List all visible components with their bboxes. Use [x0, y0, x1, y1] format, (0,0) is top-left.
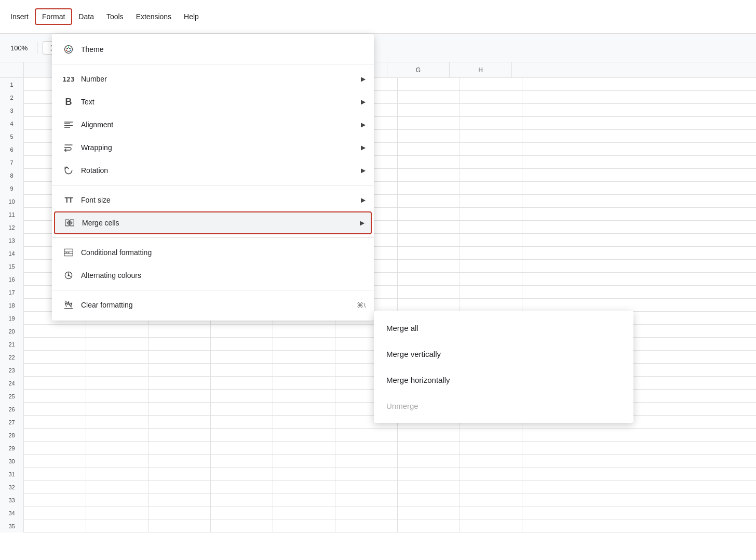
grid-cell[interactable]: [273, 442, 335, 455]
format-menu-item-alignment[interactable]: Alignment ▶: [52, 113, 374, 136]
grid-cell[interactable]: [398, 481, 460, 494]
grid-cell[interactable]: [148, 468, 211, 481]
grid-cell[interactable]: [460, 494, 522, 506]
menu-item-insert[interactable]: Insert: [4, 9, 35, 24]
grid-cell[interactable]: [148, 338, 211, 351]
grid-cell[interactable]: [24, 325, 86, 338]
grid-cell[interactable]: [24, 351, 86, 364]
menu-item-extensions[interactable]: Extensions: [130, 9, 178, 24]
grid-cell[interactable]: [211, 468, 273, 481]
grid-cell[interactable]: [460, 299, 522, 312]
format-menu-item-theme[interactable]: Theme: [52, 38, 374, 61]
grid-cell[interactable]: [148, 364, 211, 377]
format-menu-item-conditional[interactable]: Conditional formatting: [52, 241, 374, 264]
grid-cell[interactable]: [86, 442, 148, 455]
grid-cell[interactable]: [335, 494, 398, 506]
grid-cell[interactable]: [211, 506, 273, 519]
grid-cell[interactable]: [398, 221, 460, 234]
grid-cell[interactable]: [335, 481, 398, 494]
format-menu-item-wrapping[interactable]: Wrapping ▶: [52, 136, 374, 159]
grid-cell[interactable]: [211, 325, 273, 338]
grid-cell[interactable]: [211, 455, 273, 468]
grid-cell[interactable]: [460, 260, 522, 273]
grid-cell[interactable]: [335, 506, 398, 519]
grid-cell[interactable]: [398, 117, 460, 130]
grid-cell[interactable]: [273, 351, 335, 364]
grid-cell[interactable]: [86, 455, 148, 468]
format-menu-item-text[interactable]: B Text ▶: [52, 90, 374, 113]
grid-cell[interactable]: [148, 351, 211, 364]
grid-cell[interactable]: [398, 182, 460, 195]
grid-cell[interactable]: [460, 156, 522, 169]
grid-cell[interactable]: [24, 429, 86, 442]
grid-cell[interactable]: [24, 519, 86, 532]
grid-cell[interactable]: [460, 91, 522, 104]
grid-cell[interactable]: [86, 506, 148, 519]
grid-cell[interactable]: [273, 429, 335, 442]
grid-cell[interactable]: [273, 481, 335, 494]
menu-item-data[interactable]: Data: [72, 9, 100, 24]
grid-cell[interactable]: [148, 325, 211, 338]
grid-cell[interactable]: [398, 429, 460, 442]
grid-cell[interactable]: [273, 519, 335, 532]
format-menu-item-alternating[interactable]: Alternating colours: [52, 264, 374, 287]
format-menu-item-fontsize[interactable]: TT Font size ▶: [52, 189, 374, 211]
grid-cell[interactable]: [460, 208, 522, 221]
grid-cell[interactable]: [335, 468, 398, 481]
grid-cell[interactable]: [273, 494, 335, 506]
grid-cell[interactable]: [148, 506, 211, 519]
grid-cell[interactable]: [460, 247, 522, 260]
grid-cell[interactable]: [24, 506, 86, 519]
format-menu-item-clearformat[interactable]: Clear formatting ⌘\: [52, 294, 374, 316]
grid-cell[interactable]: [460, 182, 522, 195]
grid-cell[interactable]: [460, 221, 522, 234]
grid-cell[interactable]: [86, 403, 148, 416]
grid-cell[interactable]: [273, 468, 335, 481]
grid-cell[interactable]: [148, 429, 211, 442]
grid-cell[interactable]: [335, 519, 398, 532]
grid-cell[interactable]: [148, 455, 211, 468]
grid-cell[interactable]: [398, 208, 460, 221]
grid-cell[interactable]: [86, 390, 148, 403]
grid-cell[interactable]: [398, 494, 460, 506]
grid-cell[interactable]: [398, 234, 460, 247]
grid-cell[interactable]: [398, 169, 460, 182]
grid-cell[interactable]: [335, 442, 398, 455]
grid-cell[interactable]: [86, 325, 148, 338]
grid-cell[interactable]: [24, 455, 86, 468]
grid-cell[interactable]: [148, 390, 211, 403]
grid-cell[interactable]: [335, 455, 398, 468]
grid-cell[interactable]: [211, 519, 273, 532]
grid-cell[interactable]: [460, 143, 522, 156]
grid-cell[interactable]: [273, 377, 335, 390]
grid-cell[interactable]: [24, 468, 86, 481]
grid-cell[interactable]: [86, 429, 148, 442]
grid-cell[interactable]: [24, 494, 86, 506]
grid-cell[interactable]: [24, 442, 86, 455]
grid-cell[interactable]: [24, 390, 86, 403]
grid-cell[interactable]: [148, 377, 211, 390]
submenu-item-merge-horizontally[interactable]: Merge horizontally: [374, 367, 633, 393]
grid-cell[interactable]: [460, 104, 522, 117]
grid-cell[interactable]: [460, 78, 522, 91]
grid-cell[interactable]: [460, 481, 522, 494]
grid-cell[interactable]: [86, 377, 148, 390]
grid-cell[interactable]: [273, 416, 335, 429]
grid-cell[interactable]: [211, 390, 273, 403]
grid-cell[interactable]: [86, 351, 148, 364]
grid-cell[interactable]: [460, 130, 522, 143]
grid-cell[interactable]: [86, 338, 148, 351]
format-menu-item-mergecells[interactable]: Merge cells ▶: [54, 211, 372, 234]
grid-cell[interactable]: [211, 416, 273, 429]
format-menu-item-number[interactable]: 123 Number ▶: [52, 68, 374, 90]
grid-cell[interactable]: [460, 195, 522, 208]
grid-cell[interactable]: [398, 299, 460, 312]
grid-cell[interactable]: [211, 494, 273, 506]
grid-cell[interactable]: [398, 519, 460, 532]
grid-cell[interactable]: [24, 416, 86, 429]
grid-cell[interactable]: [86, 416, 148, 429]
grid-cell[interactable]: [398, 506, 460, 519]
grid-cell[interactable]: [398, 260, 460, 273]
grid-cell[interactable]: [148, 481, 211, 494]
grid-cell[interactable]: [273, 506, 335, 519]
